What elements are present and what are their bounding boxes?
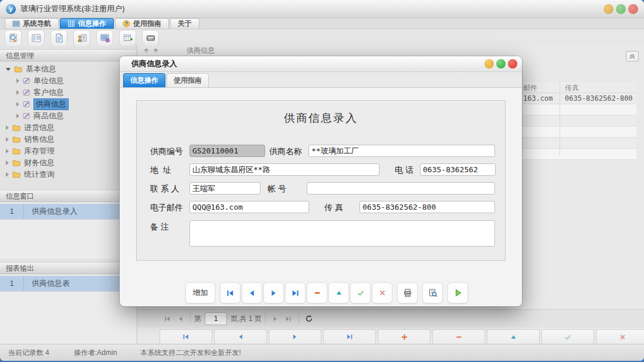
add-record-button[interactable] bbox=[378, 329, 431, 344]
list-item-label: 供商信息表 bbox=[24, 278, 70, 289]
tab-system-nav[interactable]: 系统导航 bbox=[5, 18, 59, 29]
first-record-button[interactable] bbox=[160, 329, 212, 344]
panel-arrow-icon[interactable] bbox=[143, 47, 150, 54]
tab-guide[interactable]: ? 使用指南 bbox=[115, 18, 169, 29]
refresh-icon bbox=[305, 315, 313, 323]
tree-item-customer-info[interactable]: 客户信息 bbox=[0, 87, 137, 98]
dialog-maximize-button[interactable] bbox=[496, 59, 506, 69]
column-header-email[interactable]: 邮件 bbox=[523, 83, 537, 93]
supplier-code-field[interactable] bbox=[189, 145, 265, 157]
expander-right-icon[interactable] bbox=[16, 102, 19, 107]
expander-right-icon[interactable] bbox=[6, 125, 9, 130]
tree-item-sales-info[interactable]: 销售信息 bbox=[0, 134, 137, 145]
cancel-record-button[interactable] bbox=[596, 329, 644, 344]
column-header-fax[interactable]: 传真 bbox=[565, 83, 579, 93]
expander-right-icon[interactable] bbox=[6, 160, 9, 165]
print-button[interactable] bbox=[397, 282, 418, 303]
refresh-button[interactable] bbox=[303, 312, 316, 325]
list-item-supplier-entry[interactable]: 1 供商信息录入 bbox=[0, 204, 137, 220]
panel-arrow-icon[interactable] bbox=[152, 47, 159, 54]
tree-item-unit-info[interactable]: 单位信息 bbox=[0, 75, 137, 87]
tree-item-product-info[interactable]: 商品信息 bbox=[0, 110, 137, 122]
edit-record-button[interactable] bbox=[487, 329, 540, 344]
expander-right-icon[interactable] bbox=[6, 172, 9, 177]
account-field[interactable] bbox=[307, 182, 495, 194]
list-item-supplier-report[interactable]: 1 供商信息表 bbox=[0, 276, 137, 292]
folder-icon bbox=[14, 66, 22, 73]
next-page-button[interactable] bbox=[269, 312, 282, 325]
table-add-icon bbox=[123, 33, 133, 43]
address-field[interactable] bbox=[189, 163, 379, 176]
next-record-button[interactable] bbox=[263, 282, 284, 303]
tab-info-ops[interactable]: 信息操作 bbox=[60, 18, 114, 29]
post-record-button[interactable] bbox=[350, 282, 371, 303]
first-record-button[interactable] bbox=[220, 282, 240, 303]
tree-item-label: 库存管理 bbox=[24, 146, 55, 156]
content-panel-title: 供商信息 bbox=[187, 46, 215, 56]
dialog-tab-bar: 信息操作 使用指南 bbox=[120, 72, 522, 88]
fax-field[interactable] bbox=[360, 201, 495, 213]
divider bbox=[299, 313, 299, 324]
sidebar-section-info-window[interactable]: 信息窗口 bbox=[0, 190, 137, 202]
monitor-view-button[interactable] bbox=[96, 30, 113, 46]
expander-right-icon[interactable] bbox=[16, 114, 19, 118]
sidebar-section-info-management[interactable]: 信息管理 bbox=[0, 49, 137, 62]
expander-right-icon[interactable] bbox=[16, 78, 19, 83]
wizard-icon bbox=[23, 101, 30, 108]
close-button[interactable] bbox=[628, 4, 638, 14]
email-label: 电子邮件 bbox=[150, 203, 183, 213]
form-view-button[interactable] bbox=[28, 30, 45, 46]
first-page-button[interactable] bbox=[161, 312, 174, 325]
info-window-list: 1 供商信息录入 bbox=[0, 203, 137, 259]
prev-record-button[interactable] bbox=[214, 329, 267, 344]
last-record-button[interactable] bbox=[323, 329, 376, 344]
wizard-icon bbox=[23, 89, 30, 96]
document-button[interactable] bbox=[50, 30, 67, 46]
phone-field[interactable] bbox=[420, 163, 496, 176]
search-document-button[interactable] bbox=[5, 30, 22, 46]
person-report-button[interactable] bbox=[73, 30, 90, 46]
tree-item-label: 统计查询 bbox=[24, 169, 55, 180]
minimize-button[interactable] bbox=[604, 4, 614, 14]
expander-right-icon[interactable] bbox=[16, 90, 19, 95]
dialog-close-button[interactable] bbox=[508, 59, 517, 69]
prev-page-button[interactable] bbox=[174, 312, 187, 325]
tree-item-supplier-info[interactable]: 供商信息 bbox=[0, 98, 137, 110]
card-device-button[interactable] bbox=[142, 30, 159, 46]
tree-item-basic-info[interactable]: 基本信息 bbox=[0, 63, 137, 75]
tree-item-finance-info[interactable]: 财务信息 bbox=[0, 157, 137, 169]
execute-button[interactable] bbox=[448, 282, 468, 303]
supplier-name-field[interactable] bbox=[309, 145, 495, 157]
expander-right-icon[interactable] bbox=[6, 137, 9, 142]
last-page-button[interactable] bbox=[282, 312, 295, 325]
contact-field[interactable] bbox=[189, 182, 260, 194]
dialog-tab-guide[interactable]: 使用指南 bbox=[167, 73, 209, 87]
dialog-minimize-button[interactable] bbox=[484, 59, 494, 69]
tab-label: 使用指南 bbox=[133, 19, 161, 29]
cancel-record-button[interactable] bbox=[372, 282, 392, 303]
panel-collapse-button[interactable] bbox=[626, 51, 639, 62]
preview-button[interactable] bbox=[422, 282, 443, 303]
dialog-tab-info-ops[interactable]: 信息操作 bbox=[123, 73, 165, 87]
tree-item-inventory[interactable]: 库存管理 bbox=[0, 145, 137, 157]
delete-record-button[interactable] bbox=[432, 329, 485, 344]
expander-down-icon[interactable] bbox=[6, 68, 11, 71]
remark-field[interactable] bbox=[189, 220, 495, 247]
last-record-button[interactable] bbox=[285, 282, 306, 303]
sidebar-section-report-output[interactable]: 报表输出 bbox=[0, 262, 137, 274]
tree-item-statistics[interactable]: 统计查询 bbox=[0, 169, 137, 180]
prev-record-button[interactable] bbox=[242, 282, 262, 303]
edit-record-button[interactable] bbox=[328, 282, 349, 303]
maximize-button[interactable] bbox=[616, 4, 626, 14]
post-record-button[interactable] bbox=[541, 329, 594, 344]
delete-record-button[interactable] bbox=[307, 282, 327, 303]
tree-item-purchase-info[interactable]: 进货信息 bbox=[0, 122, 137, 134]
next-record-button[interactable] bbox=[269, 329, 321, 344]
email-field[interactable] bbox=[189, 201, 309, 213]
add-button[interactable]: 增加 bbox=[185, 282, 215, 303]
expander-right-icon[interactable] bbox=[6, 149, 9, 153]
tab-about[interactable]: 关于 bbox=[170, 18, 199, 29]
page-number-input[interactable] bbox=[205, 312, 227, 325]
supplier-code-label: 供商编号 bbox=[150, 146, 183, 157]
table-add-button[interactable] bbox=[119, 30, 136, 46]
